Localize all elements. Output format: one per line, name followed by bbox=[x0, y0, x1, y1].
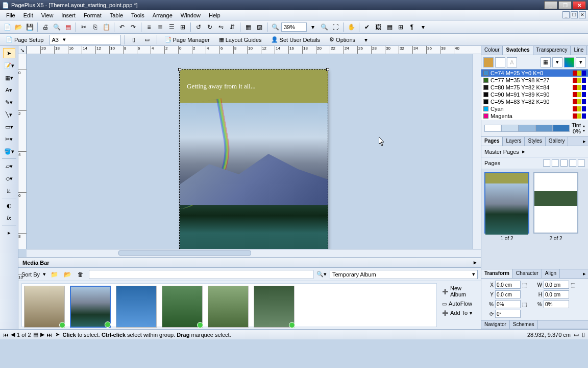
swatch-list[interactable]: C=74 M=25 Y=0 K=0C=77 M=35 Y=98 K=27C=80… bbox=[481, 70, 588, 120]
page-up-button[interactable] bbox=[569, 159, 576, 167]
new-album-button[interactable]: ➕New Album bbox=[442, 285, 476, 297]
scroll-thumb[interactable] bbox=[118, 250, 251, 256]
media-thumb-4[interactable] bbox=[162, 286, 203, 328]
tab-line[interactable]: Line bbox=[571, 46, 587, 55]
media-bar-collapse[interactable]: ▸ bbox=[474, 259, 477, 266]
tab-styles[interactable]: Styles bbox=[525, 137, 545, 146]
page-image[interactable] bbox=[180, 103, 328, 249]
media-search-input[interactable] bbox=[89, 270, 313, 279]
page-manager-button[interactable]: 📑Page Manager bbox=[161, 35, 213, 45]
canvas[interactable]: Getting away from it all... bbox=[27, 54, 473, 249]
fill-swatch-button[interactable] bbox=[483, 57, 494, 67]
spell-button[interactable]: ✔ bbox=[362, 22, 372, 32]
zoom-combo[interactable]: 39% bbox=[281, 22, 307, 32]
media-open-button[interactable]: 📂 bbox=[62, 269, 72, 280]
print-preview-button[interactable]: 🔍 bbox=[52, 22, 62, 32]
transform-y-input[interactable] bbox=[495, 290, 521, 298]
text-swatch-button[interactable]: A bbox=[507, 57, 517, 67]
tab-pages[interactable]: Pages bbox=[481, 137, 503, 146]
menu-insert[interactable]: Insert bbox=[57, 11, 80, 19]
media-folder-button[interactable]: 📁 bbox=[49, 269, 59, 280]
transform-sy-input[interactable] bbox=[544, 300, 569, 308]
para-button[interactable]: ¶ bbox=[407, 22, 417, 32]
toolbar-overflow[interactable]: ▾ bbox=[361, 35, 371, 45]
new-swatch-button[interactable]: ▾ bbox=[552, 57, 562, 67]
transform-w-input[interactable] bbox=[544, 281, 569, 289]
user-details-button[interactable]: 👤Set User Details bbox=[267, 35, 324, 45]
tab-navigator[interactable]: Navigator bbox=[481, 320, 510, 329]
master-expand-button[interactable]: ▸ bbox=[522, 148, 525, 155]
media-thumb-2[interactable] bbox=[70, 286, 111, 328]
swatch-row[interactable]: C=90 M=91 Y=89 K=90 bbox=[481, 91, 588, 98]
doc-restore-button[interactable]: ❐ bbox=[571, 11, 578, 18]
scrollbar-horizontal[interactable] bbox=[27, 249, 481, 257]
quickshape-tool[interactable]: ◇▾ bbox=[3, 173, 15, 183]
pen-tool[interactable]: ✎▾ bbox=[3, 97, 15, 107]
page-thumb-2[interactable] bbox=[533, 172, 578, 234]
scrollbar-vertical[interactable] bbox=[473, 54, 481, 249]
undo-button[interactable]: ↶ bbox=[117, 22, 127, 32]
flip-h-button[interactable]: ⇋ bbox=[216, 22, 226, 32]
paper-size-combo[interactable]: A3▾ bbox=[50, 35, 121, 45]
swatch-row[interactable]: Magenta bbox=[481, 112, 588, 120]
swatch-row[interactable]: C=80 M=75 Y=82 K=84 bbox=[481, 84, 588, 91]
zoom-out-button[interactable]: 🔍 bbox=[270, 22, 280, 32]
tab-align[interactable]: Align bbox=[542, 269, 560, 278]
transparency-tool[interactable]: ◐ bbox=[3, 200, 15, 211]
media-thumb-6[interactable] bbox=[254, 286, 295, 328]
insert-table-button[interactable]: ▦ bbox=[384, 22, 395, 32]
group-button[interactable]: ▦ bbox=[243, 22, 253, 32]
transform-h-input[interactable] bbox=[544, 290, 569, 298]
zoom-fit-button[interactable]: ⛶ bbox=[330, 22, 340, 32]
line-tool[interactable]: ╲▾ bbox=[3, 109, 15, 120]
align-left-button[interactable]: ≡ bbox=[144, 22, 154, 32]
fx-tool[interactable]: fx bbox=[3, 213, 15, 223]
media-remove-button[interactable]: 🗑 bbox=[76, 269, 86, 280]
text-tool[interactable]: 📝▾ bbox=[3, 60, 15, 71]
tab-transform[interactable]: Transform bbox=[481, 269, 513, 278]
tab-colour[interactable]: Colour bbox=[481, 46, 503, 55]
rectangle-tool[interactable]: ▭▾ bbox=[3, 122, 15, 132]
pdf-button[interactable]: ▤ bbox=[63, 22, 73, 32]
tint-spinner[interactable]: ▴▾ bbox=[583, 124, 585, 133]
transform-sx-input[interactable] bbox=[495, 300, 521, 308]
tint-gradient[interactable] bbox=[484, 125, 570, 132]
fill-tool[interactable]: 🪣▾ bbox=[3, 146, 15, 156]
status-icon-1[interactable]: ▭ bbox=[574, 331, 579, 338]
swatch-row[interactable]: C=95 M=83 Y=82 K=90 bbox=[481, 98, 588, 105]
menu-file[interactable]: File bbox=[2, 11, 19, 19]
transform-menu-button[interactable]: ▸ bbox=[581, 269, 588, 278]
orientation-l-button[interactable]: ▭ bbox=[141, 35, 153, 45]
orientation-p-button[interactable]: ▯ bbox=[129, 35, 139, 45]
artistic-text-tool[interactable]: A▾ bbox=[3, 85, 15, 95]
rotate-left-button[interactable]: ↺ bbox=[193, 22, 204, 32]
palette-button[interactable]: ▦ bbox=[541, 57, 551, 67]
shape-tool[interactable]: ▱▾ bbox=[3, 161, 15, 171]
menu-help[interactable]: Help bbox=[205, 11, 225, 19]
menu-tools[interactable]: Tools bbox=[127, 11, 149, 19]
toggle-grid-button[interactable]: ⊞ bbox=[396, 22, 406, 32]
node-tool[interactable]: ⟀ bbox=[3, 186, 15, 196]
prev-page-button[interactable]: ◀ bbox=[11, 331, 15, 338]
autoflow-button[interactable]: ▭AutoFlow bbox=[442, 301, 476, 307]
tab-schemes[interactable]: Schemes bbox=[510, 320, 538, 329]
page[interactable]: Getting away from it all... bbox=[180, 70, 328, 249]
menu-window[interactable]: Window bbox=[177, 11, 205, 19]
menu-edit[interactable]: Edit bbox=[19, 11, 37, 19]
page-setup-button[interactable]: 📄Page Setup bbox=[2, 35, 47, 45]
media-thumb-5[interactable] bbox=[208, 286, 249, 328]
status-icon-2[interactable]: ▯ bbox=[582, 331, 585, 338]
ruler-origin[interactable]: ↘ bbox=[18, 46, 27, 54]
align-center-button[interactable]: ≣ bbox=[155, 22, 165, 32]
menu-arrange[interactable]: Arrange bbox=[149, 11, 177, 19]
tab-swatches[interactable]: Swatches bbox=[503, 46, 533, 55]
doc-close-button[interactable]: ✕ bbox=[579, 11, 586, 18]
flip-v-button[interactable]: ⇵ bbox=[227, 22, 237, 32]
paste-button[interactable]: 📋 bbox=[101, 22, 111, 32]
tab-gallery[interactable]: Gallery bbox=[546, 137, 569, 146]
panel-menu-button[interactable]: ▸ bbox=[581, 137, 588, 146]
last-page-button[interactable]: ⏭ bbox=[46, 332, 52, 338]
line-swatch-button[interactable] bbox=[495, 57, 505, 67]
pointer-tool[interactable]: ➤ bbox=[3, 48, 15, 58]
menu-view[interactable]: View bbox=[37, 11, 58, 19]
